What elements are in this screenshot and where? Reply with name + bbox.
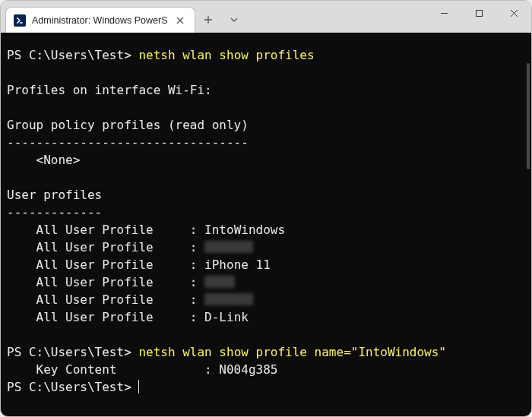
tab-title: Administrator: Windows PowerS xyxy=(32,15,168,26)
profile-name: IntoWindows xyxy=(204,223,285,237)
maximize-button[interactable] xyxy=(461,1,496,25)
row-label: All User Profile : xyxy=(7,275,204,289)
powershell-icon xyxy=(14,14,26,27)
profiles-header: Profiles on interface Wi-Fi: xyxy=(7,83,212,97)
redacted-profile xyxy=(204,241,253,253)
titlebar: Administrator: Windows PowerS xyxy=(1,1,531,33)
profile-name: iPhone 11 xyxy=(204,257,271,272)
terminal-area[interactable]: PS C:\Users\Test> netsh wlan show profil… xyxy=(1,33,531,416)
redacted-profile xyxy=(204,293,253,305)
close-button[interactable] xyxy=(496,1,531,25)
row-label: All User Profile : xyxy=(7,257,204,272)
profile-name: D-Link xyxy=(204,310,249,324)
terminal-window: Administrator: Windows PowerS xyxy=(0,0,532,417)
row-label: All User Profile : xyxy=(7,292,204,307)
command-1: netsh wlan show profiles xyxy=(138,48,314,62)
window-controls xyxy=(426,1,531,25)
tab-dropdown-button[interactable] xyxy=(221,7,247,33)
user-profiles-rule: ------------- xyxy=(7,205,102,220)
tab-strip: Administrator: Windows PowerS xyxy=(1,1,247,33)
row-label: All User Profile : xyxy=(7,223,204,237)
tab-powershell[interactable]: Administrator: Windows PowerS xyxy=(5,7,195,33)
prompt: PS C:\Users\Test> xyxy=(7,48,131,62)
gp-rule: --------------------------------- xyxy=(7,135,249,150)
user-profiles-header: User profiles xyxy=(7,188,102,202)
scrollbar-thumb[interactable] xyxy=(527,63,530,169)
row-label: All User Profile : xyxy=(7,310,204,324)
prompt: PS C:\Users\Test> xyxy=(7,345,131,359)
gp-header: Group policy profiles (read only) xyxy=(7,118,249,132)
svg-rect-0 xyxy=(476,10,482,16)
command-2: netsh wlan show profile name="IntoWindow… xyxy=(138,345,446,359)
gp-none: <None> xyxy=(7,153,80,167)
row-label: All User Profile : xyxy=(7,240,204,254)
minimize-button[interactable] xyxy=(426,1,461,25)
cursor xyxy=(138,380,139,393)
new-tab-button[interactable] xyxy=(195,7,221,33)
key-content-line: Key Content : N004g385 xyxy=(7,362,277,377)
prompt: PS C:\Users\Test> xyxy=(7,380,131,394)
redacted-profile xyxy=(204,276,235,288)
tab-close-button[interactable] xyxy=(174,14,186,27)
